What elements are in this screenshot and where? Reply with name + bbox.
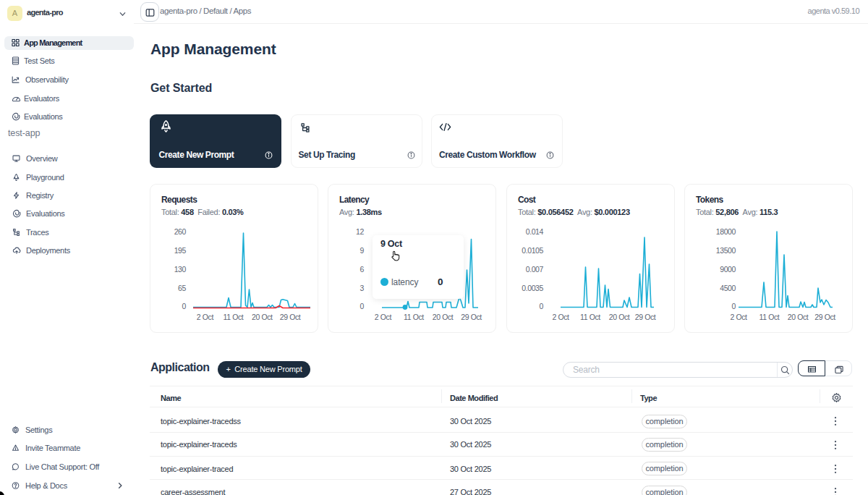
- svg-text:0: 0: [360, 302, 365, 310]
- svg-text:20 Oct: 20 Oct: [433, 313, 454, 321]
- svg-text:65: 65: [178, 284, 186, 292]
- svg-text:11 Oct: 11 Oct: [760, 313, 780, 321]
- svg-text:29 Oct: 29 Oct: [814, 313, 835, 321]
- svg-text:2 Oct: 2 Oct: [730, 313, 747, 321]
- svg-text:2 Oct: 2 Oct: [375, 313, 392, 321]
- svg-text:4500: 4500: [720, 284, 736, 292]
- svg-text:0.007: 0.007: [526, 265, 544, 274]
- svg-text:6: 6: [360, 265, 365, 274]
- svg-text:13500: 13500: [716, 246, 736, 255]
- svg-text:0: 0: [732, 302, 736, 310]
- svg-text:29 Oct: 29 Oct: [635, 313, 656, 321]
- svg-text:20 Oct: 20 Oct: [609, 313, 630, 321]
- svg-text:0: 0: [540, 302, 544, 310]
- svg-text:130: 130: [174, 265, 187, 274]
- svg-text:18000: 18000: [716, 227, 736, 236]
- svg-text:11 Oct: 11 Oct: [580, 313, 600, 321]
- svg-text:29 Oct: 29 Oct: [461, 313, 482, 321]
- svg-text:0: 0: [182, 302, 187, 310]
- svg-text:20 Oct: 20 Oct: [788, 313, 809, 321]
- svg-text:2 Oct: 2 Oct: [197, 313, 214, 321]
- svg-text:29 Oct: 29 Oct: [280, 313, 301, 321]
- svg-text:12: 12: [356, 227, 364, 236]
- svg-text:2 Oct: 2 Oct: [552, 313, 569, 321]
- svg-text:195: 195: [174, 246, 187, 255]
- svg-text:0.0035: 0.0035: [522, 284, 543, 292]
- svg-text:3: 3: [360, 284, 365, 292]
- svg-text:11 Oct: 11 Oct: [404, 313, 424, 321]
- svg-text:9: 9: [360, 246, 365, 255]
- svg-text:11 Oct: 11 Oct: [224, 313, 244, 321]
- svg-text:260: 260: [174, 227, 187, 236]
- svg-text:0.014: 0.014: [526, 227, 544, 236]
- svg-text:9000: 9000: [720, 265, 736, 274]
- svg-text:20 Oct: 20 Oct: [252, 313, 273, 321]
- svg-text:0.0105: 0.0105: [522, 246, 543, 255]
